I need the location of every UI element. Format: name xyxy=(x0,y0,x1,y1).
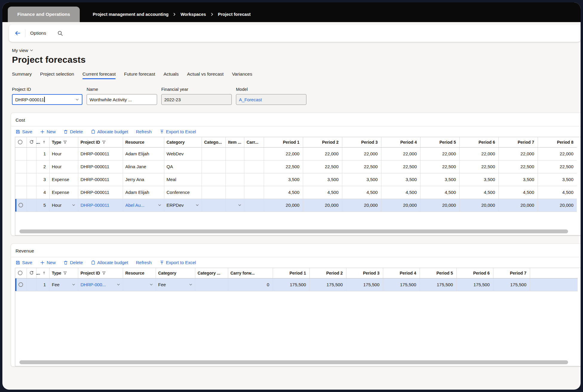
column-header-item[interactable]: Item ... xyxy=(225,137,244,147)
table-row[interactable]: 4ExpenseDHRP-000011Adam ElijahConference… xyxy=(15,186,577,199)
export-to-excel-button[interactable]: Export to Excel xyxy=(159,129,196,134)
cell-period-6[interactable]: 20,000 xyxy=(459,199,498,212)
column-header-l[interactable]: L.. xyxy=(36,137,49,147)
filter-icon[interactable] xyxy=(102,271,106,275)
cell-period-3[interactable]: 4,500 xyxy=(342,186,381,199)
cell-period-1[interactable]: 3,500 xyxy=(264,173,303,186)
column-header-period-3[interactable]: Period 3 xyxy=(346,268,383,278)
column-header-period-4[interactable]: Period 4 xyxy=(383,268,420,278)
column-header-period-3[interactable]: Period 3 xyxy=(342,137,381,147)
delete-button[interactable]: Delete xyxy=(63,129,83,134)
cell-resource[interactable]: Adam Elijah xyxy=(123,147,164,160)
allocate-budget-button[interactable]: Allocate budget xyxy=(91,129,128,134)
sort-ascending-icon[interactable] xyxy=(42,271,46,275)
column-header-l[interactable]: L.. xyxy=(36,268,49,278)
cell-project-id[interactable]: DHRP-000011 xyxy=(78,199,123,212)
cell-category[interactable]: Meal xyxy=(164,173,202,186)
cell-period-1[interactable]: 4,500 xyxy=(264,186,303,199)
cell-period-7[interactable]: 4,500 xyxy=(498,186,538,199)
cell-period-3[interactable]: 22,000 xyxy=(342,147,381,160)
chevron-down-icon[interactable] xyxy=(70,283,76,287)
cell-line[interactable]: 5 xyxy=(36,199,49,212)
save-button[interactable]: Save xyxy=(16,129,32,134)
cell-line[interactable]: 1 xyxy=(36,147,49,160)
save-button[interactable]: Save xyxy=(16,260,32,265)
horizontal-scrollbar[interactable] xyxy=(15,359,581,366)
tab-actuals[interactable]: Actuals xyxy=(163,71,179,79)
column-header-carry-forw[interactable]: Carry forw... xyxy=(228,268,273,278)
row-select-cell[interactable] xyxy=(15,147,27,160)
table-row[interactable]: 2HourDHRP-000011Alina JaneQA22,50022,500… xyxy=(15,160,577,173)
column-header-period-5[interactable]: Period 5 xyxy=(420,268,456,278)
cell-item[interactable] xyxy=(225,147,244,160)
cell-period-1[interactable]: 22,000 xyxy=(264,147,303,160)
cell-period-5[interactable]: 22,500 xyxy=(420,160,459,173)
column-header-period-5[interactable]: Period 5 xyxy=(420,137,459,147)
cell-period-6[interactable]: 22,500 xyxy=(459,160,498,173)
chevron-down-icon[interactable] xyxy=(157,203,162,207)
cell-period-5[interactable]: 175,500 xyxy=(420,278,456,291)
tab-project-selection[interactable]: Project selection xyxy=(40,71,74,79)
cell-item[interactable] xyxy=(225,199,244,212)
name-input[interactable]: Worthwhile Activity ... xyxy=(87,94,157,105)
cell-period-2[interactable]: 22,000 xyxy=(303,147,342,160)
cell-period-8[interactable]: 22,500 xyxy=(538,160,577,173)
cell-period-5[interactable]: 22,000 xyxy=(420,147,459,160)
cell-category[interactable]: ERPDev xyxy=(164,199,202,212)
filter-icon[interactable] xyxy=(63,140,67,144)
row-select-cell[interactable] xyxy=(15,173,27,186)
options-menu[interactable]: Options xyxy=(30,30,46,36)
cell-period-7[interactable]: 22,000 xyxy=(498,147,538,160)
cell-period-2[interactable]: 22,500 xyxy=(303,160,342,173)
cell-project-id[interactable]: DHRP-000... xyxy=(78,278,123,291)
cell-resource[interactable]: Jerry Ana xyxy=(123,173,164,186)
cell-resource[interactable]: Adam Elijah xyxy=(123,186,164,199)
cell-period-7[interactable]: 3,500 xyxy=(498,173,538,186)
row-select-cell[interactable] xyxy=(15,160,27,173)
breadcrumb-item-project-forecast[interactable]: Project forecast xyxy=(218,12,251,17)
cell-period-4[interactable]: 20,000 xyxy=(381,199,420,212)
tab-future-forecast[interactable]: Future forecast xyxy=(124,71,155,79)
refresh-grid-header[interactable] xyxy=(27,137,36,147)
cell-category2[interactable] xyxy=(202,186,225,199)
row-select-cell[interactable] xyxy=(15,199,27,212)
cell-period-5[interactable]: 3,500 xyxy=(420,173,459,186)
view-selector[interactable]: My view xyxy=(12,48,33,53)
cell-period-6[interactable]: 3,500 xyxy=(459,173,498,186)
cell-period-2[interactable]: 3,500 xyxy=(303,173,342,186)
cell-period-3[interactable]: 175,500 xyxy=(346,278,383,291)
cell-project-id[interactable]: DHRP-000011 xyxy=(78,173,123,186)
chevron-down-icon[interactable] xyxy=(115,283,120,287)
cell-line[interactable]: 3 xyxy=(36,173,49,186)
refresh-button[interactable]: Refresh xyxy=(136,129,152,134)
row-select-cell[interactable] xyxy=(15,186,27,199)
cell-period-6[interactable]: 175,500 xyxy=(456,278,493,291)
cell-period-8[interactable]: 22,000 xyxy=(538,147,577,160)
cell-period-1[interactable]: 22,500 xyxy=(264,160,303,173)
cell-type[interactable]: Expense xyxy=(49,186,78,199)
breadcrumb-item-project-management-and-accounting[interactable]: Project management and accounting xyxy=(93,12,169,17)
scrollbar-thumb[interactable] xyxy=(19,360,568,364)
app-tab-finance-and-operations[interactable]: Finance and Operations xyxy=(8,7,80,22)
cell-category2[interactable] xyxy=(202,199,225,212)
column-header-category[interactable]: Category ... xyxy=(195,268,228,278)
cell-resource[interactable]: Alina Jane xyxy=(123,160,164,173)
cell-category[interactable]: Fee xyxy=(156,278,195,291)
cell-period-2[interactable]: 20,000 xyxy=(303,199,342,212)
refresh-icon[interactable] xyxy=(29,140,34,144)
refresh-grid-header[interactable] xyxy=(27,268,36,278)
row-select-circle-icon[interactable] xyxy=(18,203,24,208)
column-header-resource[interactable]: Resource xyxy=(123,137,164,147)
column-header-catego[interactable]: Catego... xyxy=(202,137,225,147)
column-header-type[interactable]: Type xyxy=(49,137,78,147)
table-row[interactable]: 3ExpenseDHRP-000011Jerry AnaMeal3,5003,5… xyxy=(15,173,577,186)
cell-carry[interactable] xyxy=(244,160,264,173)
cell-link[interactable]: DHRP-000... xyxy=(81,282,106,287)
column-header-period-1[interactable]: Period 1 xyxy=(264,137,303,147)
chevron-down-icon[interactable] xyxy=(194,203,199,207)
cell-category[interactable]: WebDev xyxy=(164,147,202,160)
cell-period-8[interactable]: 4,500 xyxy=(538,186,577,199)
chevron-down-icon[interactable] xyxy=(148,283,153,287)
table-row[interactable]: 1FeeDHRP-000...Fee0175,500175,500175,500… xyxy=(15,278,578,291)
cell-carry[interactable] xyxy=(244,199,264,212)
